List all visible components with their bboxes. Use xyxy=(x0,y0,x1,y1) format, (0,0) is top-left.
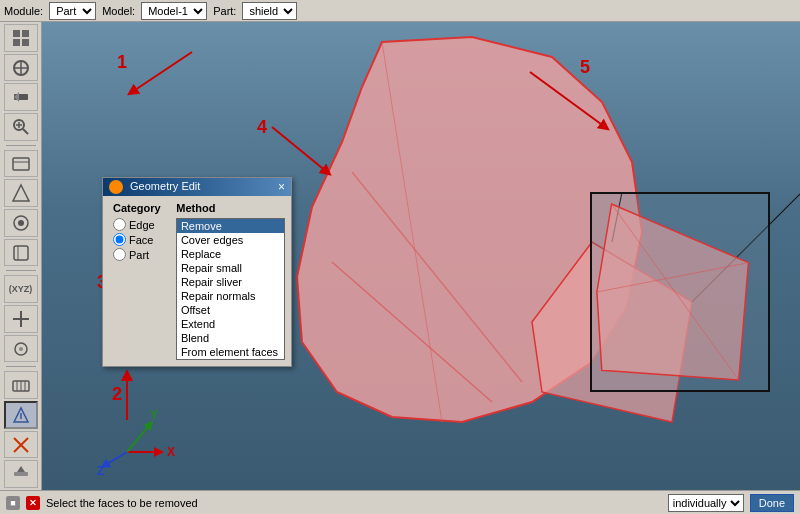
method-remove[interactable]: Remove xyxy=(177,219,284,233)
done-button[interactable]: Done xyxy=(750,494,794,512)
radio-edge[interactable]: Edge xyxy=(113,218,170,231)
radio-face-label: Face xyxy=(129,234,153,246)
toolbar-btn-8[interactable] xyxy=(4,239,38,267)
svg-rect-30 xyxy=(14,472,28,476)
toolbar-btn-9[interactable] xyxy=(4,305,38,333)
toolbar-btn-xyz[interactable]: (XYZ) xyxy=(4,275,38,303)
method-offset[interactable]: Offset xyxy=(177,303,284,317)
toolbar-btn-14[interactable] xyxy=(4,460,38,488)
arrow-4 xyxy=(267,122,337,182)
module-label: Module: xyxy=(4,5,43,17)
top-bar: Module: Part Model: Model-1 Part: shield xyxy=(0,0,800,22)
svg-marker-39 xyxy=(597,204,749,380)
toolbar-btn-4[interactable] xyxy=(4,113,38,141)
radio-edge-label: Edge xyxy=(129,219,155,231)
svg-rect-16 xyxy=(14,246,28,260)
left-toolbar: (XYZ) xyxy=(0,22,42,490)
viewport[interactable]: 1 2 3 4 5 xyxy=(42,22,800,490)
toolbar-btn-1[interactable] xyxy=(4,24,38,52)
method-from-element-faces[interactable]: From element faces xyxy=(177,345,284,359)
toolbar-btn-5[interactable] xyxy=(4,150,38,178)
svg-line-49 xyxy=(127,422,152,452)
toolbar-btn-3[interactable] xyxy=(4,83,38,111)
svg-line-33 xyxy=(332,262,492,402)
method-replace[interactable]: Replace xyxy=(177,247,284,261)
method-repair-small[interactable]: Repair small xyxy=(177,261,284,275)
method-header: Method xyxy=(176,202,285,214)
method-list: Remove Cover edges Replace Repair small … xyxy=(176,218,285,360)
svg-line-35 xyxy=(382,42,442,422)
svg-rect-2 xyxy=(13,39,20,46)
separator-2 xyxy=(6,270,36,271)
dialog-col-headers: Category Method xyxy=(109,202,285,214)
dialog-close-button[interactable]: × xyxy=(278,180,285,194)
svg-line-51 xyxy=(102,452,127,467)
status-icon-red: ✕ xyxy=(26,496,40,510)
separator-3 xyxy=(6,366,36,367)
annotation-4: 4 xyxy=(257,117,267,138)
dialog-title: Geometry Edit × xyxy=(103,178,291,196)
svg-point-15 xyxy=(18,220,24,226)
category-group: Edge Face Part xyxy=(113,218,170,261)
method-repair-normals[interactable]: Repair normals xyxy=(177,289,284,303)
selection-mode-select[interactable]: individually xyxy=(668,494,744,512)
geometry-edit-dialog: Geometry Edit × Category Method Edge xyxy=(102,177,292,367)
toolbar-btn-11[interactable] xyxy=(4,371,38,399)
toolbar-btn-13[interactable] xyxy=(4,431,38,459)
radio-part[interactable]: Part xyxy=(113,248,170,261)
radio-face-input[interactable] xyxy=(113,233,126,246)
svg-text:Z: Z xyxy=(97,464,104,477)
svg-text:X: X xyxy=(167,445,175,459)
svg-rect-11 xyxy=(13,158,29,170)
status-icon-gray: ■ xyxy=(6,496,20,510)
radio-part-label: Part xyxy=(129,249,149,261)
arrow-1 xyxy=(127,42,207,102)
svg-rect-3 xyxy=(22,39,29,46)
radio-edge-input[interactable] xyxy=(113,218,126,231)
part-label: Part: xyxy=(213,5,236,17)
model-select[interactable]: Model-1 xyxy=(141,2,207,20)
method-repair-sliver[interactable]: Repair sliver xyxy=(177,275,284,289)
radio-face[interactable]: Face xyxy=(113,233,170,246)
method-cover-edges[interactable]: Cover edges xyxy=(177,233,284,247)
category-header: Category xyxy=(113,202,172,214)
zoom-rectangle xyxy=(590,192,770,392)
coordinate-axes: X Y Z xyxy=(97,407,177,480)
method-blend[interactable]: Blend xyxy=(177,331,284,345)
svg-point-21 xyxy=(19,347,23,351)
method-extend[interactable]: Extend xyxy=(177,317,284,331)
radio-part-input[interactable] xyxy=(113,248,126,261)
svg-line-46 xyxy=(530,72,605,127)
toolbar-btn-12[interactable] xyxy=(4,401,38,429)
dialog-title-text: Geometry Edit xyxy=(130,180,200,192)
separator-1 xyxy=(6,145,36,146)
part-select[interactable]: shield xyxy=(242,2,297,20)
svg-text:Y: Y xyxy=(150,408,158,422)
toolbar-btn-10[interactable] xyxy=(4,335,38,363)
svg-marker-6 xyxy=(14,92,19,102)
svg-marker-31 xyxy=(17,466,25,472)
status-message: Select the faces to be removed xyxy=(46,497,662,509)
model-label: Model: xyxy=(102,5,135,17)
svg-line-45 xyxy=(272,127,327,172)
svg-line-34 xyxy=(352,172,522,382)
annotation-1: 1 xyxy=(117,52,127,73)
toolbar-btn-2[interactable] xyxy=(4,54,38,82)
toolbar-btn-7[interactable] xyxy=(4,209,38,237)
module-select[interactable]: Part xyxy=(49,2,96,20)
dialog-icon xyxy=(109,180,123,194)
dialog-body: Category Method Edge Face xyxy=(103,196,291,366)
svg-marker-13 xyxy=(13,185,29,201)
arrow-5 xyxy=(525,67,625,147)
svg-rect-1 xyxy=(22,30,29,37)
svg-line-8 xyxy=(23,129,28,134)
status-bar: ■ ✕ Select the faces to be removed indiv… xyxy=(0,490,800,514)
main-area: (XYZ) xyxy=(0,22,800,490)
svg-line-42 xyxy=(132,52,192,92)
svg-rect-0 xyxy=(13,30,20,37)
toolbar-btn-6[interactable] xyxy=(4,179,38,207)
